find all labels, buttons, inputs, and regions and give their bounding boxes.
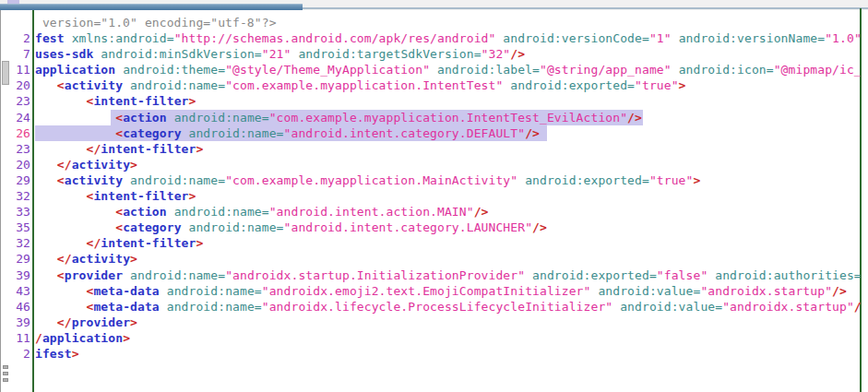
token-tag: application: [35, 63, 115, 77]
line-number[interactable]: 33: [10, 204, 30, 220]
code-line[interactable]: <intent-filter>: [35, 188, 861, 204]
token-txt: [35, 236, 87, 250]
token-txt: [167, 111, 174, 125]
code-line[interactable]: </intent-filter>: [35, 235, 861, 251]
token-val: "androidx.emoji2.text.EmojiCompatInitial…: [262, 284, 591, 298]
token-attr: android:exported=: [525, 173, 649, 187]
token-val: "androidx.startup.InitializationProvider…: [225, 268, 525, 282]
token-val: "com.example.myapplication.IntentTest_Ev…: [269, 111, 627, 125]
token-brk: />: [510, 47, 525, 61]
token-tag: intent-filter: [93, 94, 188, 108]
code-line[interactable]: <action android:name="android.intent.act…: [35, 204, 861, 220]
token-brk: >: [130, 315, 137, 329]
token-txt: [123, 268, 130, 282]
line-number[interactable]: 29: [10, 251, 30, 267]
token-val: "com.example.myapplication.MainActivity": [225, 173, 517, 187]
token-attr: android:name=: [130, 78, 225, 92]
token-brk: </: [87, 236, 101, 250]
line-number[interactable]: [10, 15, 30, 30]
line-number[interactable]: 39: [10, 267, 30, 283]
splitter-grip-dots[interactable]: [2, 365, 9, 385]
token-val: "android.intent.category.LAUNCHER": [284, 220, 533, 234]
token-txt: [115, 63, 123, 77]
line-number[interactable]: 23: [10, 141, 30, 157]
token-brk: />: [832, 284, 847, 298]
token-tag: activity: [65, 173, 123, 187]
code-line[interactable]: application android:theme="@style/Theme_…: [35, 62, 861, 77]
token-tag: uses-sdk: [35, 47, 93, 61]
token-attr: android:name=: [130, 268, 225, 282]
line-number[interactable]: 24: [10, 110, 30, 125]
token-brk: <: [115, 220, 123, 234]
line-number[interactable]: 20: [10, 77, 30, 93]
horizontal-scrollbar-thumb[interactable]: [0, 4, 303, 10]
line-number[interactable]: 11: [10, 330, 30, 346]
token-txt: [517, 173, 525, 187]
code-line[interactable]: </activity>: [35, 157, 861, 172]
code-line[interactable]: /application>: [35, 330, 861, 346]
code-line[interactable]: version="1.0" encoding="utf-8"?>: [35, 15, 861, 30]
code-line[interactable]: </intent-filter>: [35, 141, 861, 157]
xml-editor[interactable]: 271120232426232029323335322939434639112 …: [10, 10, 868, 392]
token-brk: </: [87, 142, 101, 156]
token-txt: [35, 268, 57, 282]
token-attr: android:name=: [189, 220, 284, 234]
token-brk: >: [188, 189, 196, 203]
code-line[interactable]: ifest>: [35, 346, 861, 362]
line-number[interactable]: 35: [10, 220, 30, 235]
token-pi: version="1.0" encoding="utf-8"?>: [35, 16, 277, 30]
token-attr: android:value=: [598, 284, 700, 298]
code-line[interactable]: <category android:name="android.intent.c…: [35, 220, 861, 235]
token-tag: provider: [65, 268, 123, 282]
token-val: "androidx.startup": [700, 284, 832, 298]
line-number[interactable]: 39: [10, 315, 30, 330]
token-txt: [35, 315, 57, 329]
line-number[interactable]: 26: [10, 125, 30, 141]
line-number[interactable]: 29: [10, 172, 30, 188]
code-line[interactable]: <activity android:name="com.example.myap…: [35, 77, 861, 93]
horizontal-scrollbar: [0, 0, 868, 10]
token-txt: [35, 111, 115, 125]
left-scrollbar-thumb[interactable]: [2, 61, 9, 85]
line-number[interactable]: 46: [10, 299, 30, 315]
token-tag: application: [42, 331, 123, 345]
token-brk: </: [57, 315, 72, 329]
token-tag: activity: [65, 78, 123, 92]
token-tag: category: [123, 126, 181, 140]
token-val: "http://schemas.android.com/apk/res/andr…: [174, 31, 496, 45]
code-line[interactable]: <action android:name="com.example.myappl…: [35, 110, 861, 125]
line-number[interactable]: 23: [10, 93, 30, 109]
code-line[interactable]: uses-sdk android:minSdkVersion="21" andr…: [35, 46, 861, 62]
line-number[interactable]: 43: [10, 283, 30, 299]
line-number[interactable]: 32: [10, 235, 30, 251]
code-line[interactable]: <activity android:name="com.example.myap…: [35, 172, 861, 188]
token-brk: >: [196, 142, 203, 156]
code-line[interactable]: fest xmlns:android="http://schemas.andro…: [35, 30, 861, 46]
token-attr: android:name=: [130, 173, 225, 187]
code-area[interactable]: version="1.0" encoding="utf-8"?>fest xml…: [35, 15, 861, 392]
token-attr: android:versionCode=: [503, 31, 649, 45]
token-attr: android:value=: [620, 300, 722, 314]
line-number[interactable]: 11: [10, 62, 30, 77]
code-line[interactable]: <provider android:name="androidx.startup…: [35, 267, 861, 283]
token-txt: [182, 126, 189, 140]
token-val: "androidx.startup": [722, 300, 854, 314]
line-number[interactable]: 20: [10, 157, 30, 172]
token-attr: android:label=: [437, 63, 540, 77]
token-txt: [35, 158, 57, 172]
code-line[interactable]: <category android:name="android.intent.c…: [35, 125, 861, 141]
token-attr: android:authorities=: [715, 268, 861, 282]
code-line[interactable]: <meta-data android:name="androidx.lifecy…: [35, 299, 861, 315]
line-number[interactable]: 32: [10, 188, 30, 204]
code-line[interactable]: </provider>: [35, 315, 861, 330]
code-line[interactable]: <meta-data android:name="androidx.emoji2…: [35, 283, 861, 299]
token-brk: >: [130, 158, 137, 172]
line-number[interactable]: 7: [10, 46, 30, 62]
line-number[interactable]: 2: [10, 346, 30, 362]
line-number[interactable]: 2: [10, 30, 30, 46]
token-tag: action: [123, 111, 167, 125]
token-attr: xmlns:android=: [72, 31, 174, 45]
code-line[interactable]: </activity>: [35, 251, 861, 267]
code-line[interactable]: <intent-filter>: [35, 93, 861, 109]
left-splitter[interactable]: [0, 10, 10, 392]
